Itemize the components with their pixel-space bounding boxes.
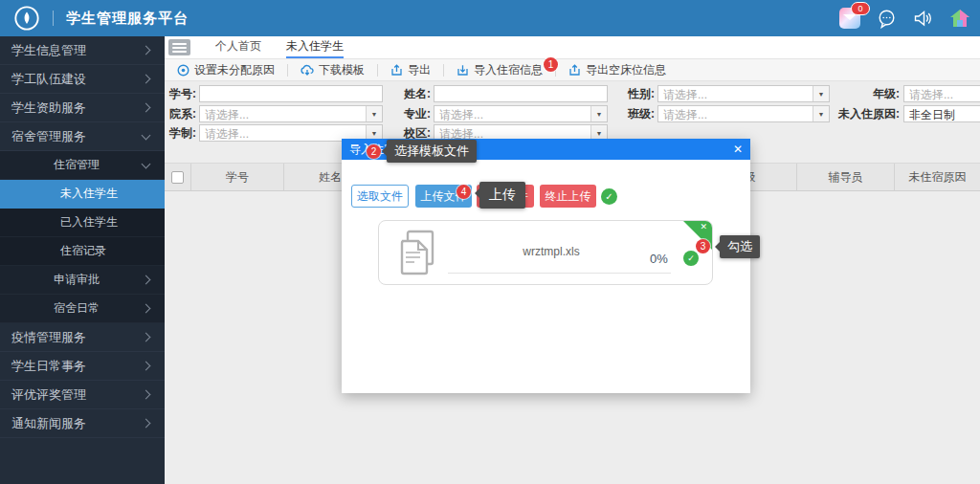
student-id-input[interactable] <box>199 85 383 102</box>
remove-file-icon[interactable]: ✕ <box>700 222 707 231</box>
name-label: 姓名: <box>392 85 431 102</box>
export-icon <box>390 64 403 77</box>
document-icon <box>394 229 444 280</box>
app-header: 学生管理服务平台 0 <box>0 0 980 36</box>
column-header-counselor: 辅导员 <box>797 164 895 190</box>
gender-label: 性别: <box>616 85 655 102</box>
close-icon[interactable]: ✕ <box>733 143 743 155</box>
sidebar-item-dorm-daily[interactable]: 宿舍日常 <box>0 295 165 323</box>
file-check-icon[interactable]: ✓ <box>683 251 699 266</box>
not-checkin-reason-select[interactable]: 非全日制 <box>903 105 980 122</box>
target-icon <box>177 64 189 77</box>
dropdown-arrow-icon[interactable]: ▼ <box>366 106 382 121</box>
sidebar-item-accommodation-mgmt[interactable]: 住宿管理 <box>0 151 165 180</box>
sidebar-item-daily-affairs[interactable]: 学生日常事务 <box>0 352 165 381</box>
dialog-body: 选取文件 上传文件 删除文件 终止上传 ✓ wrztmpl.xls 0% ✓ <box>342 160 750 393</box>
sidebar-item-epidemic-mgmt[interactable]: 疫情管理服务 <box>0 323 165 352</box>
download-template-button[interactable]: 下载模板 <box>288 62 377 78</box>
grade-select[interactable]: 请选择... <box>903 85 980 102</box>
pick-file-button[interactable]: 选取文件 <box>351 185 409 208</box>
chevron-right-icon <box>142 75 151 84</box>
chevron-right-icon <box>142 419 151 429</box>
tooltip-upload: 上传 <box>479 182 525 209</box>
step-2-badge: 2 <box>367 144 381 159</box>
major-select[interactable]: 请选择...▼ <box>434 105 608 122</box>
sidebar-item-awards-mgmt[interactable]: 评优评奖管理 <box>0 381 165 409</box>
tab-personal-home[interactable]: 个人首页 <box>215 36 261 58</box>
tab-not-checked-in-students[interactable]: 未入住学生 <box>286 36 344 58</box>
abort-upload-button[interactable]: 终止上传 <box>540 185 596 208</box>
column-header-no-stay-reason: 未住宿原因 <box>895 164 980 190</box>
sidebar-item-staff-team[interactable]: 学工队伍建设 <box>0 65 165 94</box>
chevron-right-icon <box>142 390 151 400</box>
chevron-down-icon <box>142 159 151 168</box>
toolbar: 设置未分配原因 下载模板 导出 导入住宿信息 1 导出空床位信息 <box>165 59 980 81</box>
chevron-right-icon <box>142 46 151 55</box>
chevron-down-icon <box>142 130 151 140</box>
grade-label: 年级: <box>823 85 900 102</box>
chevron-right-icon <box>142 304 151 314</box>
sidebar-item-not-checked-in[interactable]: 未入住学生 <box>0 180 165 209</box>
university-logo-icon <box>13 5 40 32</box>
student-id-label: 学号: <box>165 85 196 102</box>
chevron-right-icon <box>142 362 151 371</box>
step-4-badge: 4 <box>457 185 471 199</box>
header-divider <box>53 11 54 26</box>
chevron-right-icon <box>142 333 151 342</box>
department-select[interactable]: 请选择...▼ <box>199 105 383 122</box>
export-button[interactable]: 导出 <box>378 62 443 78</box>
select-all-checkbox[interactable] <box>171 171 184 184</box>
cloud-download-icon <box>301 64 314 77</box>
sidebar-item-financial-aid[interactable]: 学生资助服务 <box>0 94 165 122</box>
chevron-right-icon <box>142 275 151 285</box>
tooltip-check: 勾选 <box>720 235 760 258</box>
class-label: 班级: <box>616 105 655 122</box>
sidebar-item-dorm-service[interactable]: 宿舍管理服务 <box>0 122 165 151</box>
schooling-length-label: 学制: <box>165 124 196 142</box>
export-icon <box>568 64 581 77</box>
speaker-icon[interactable] <box>913 10 933 28</box>
app-window: 学生管理服务平台 0 <box>0 0 980 484</box>
progress-line <box>448 273 671 274</box>
sidebar-nav: 学生信息管理 学工队伍建设 学生资助服务 宿舍管理服务 住宿管理 未入住学生 已… <box>0 36 165 484</box>
messages-icon[interactable]: 0 <box>839 8 860 29</box>
file-name: wrztmpl.xls <box>470 245 633 258</box>
class-select[interactable]: 请选择...▼ <box>657 105 830 122</box>
sidebar-item-checked-in[interactable]: 已入住学生 <box>0 209 165 237</box>
major-label: 专业: <box>392 105 431 122</box>
column-header-student-id: 学号 <box>191 164 284 190</box>
not-checkin-reason-label: 未入住原因: <box>823 105 900 122</box>
gender-select[interactable]: 请选择...▼ <box>657 85 830 102</box>
chevron-right-icon <box>142 103 151 113</box>
tab-bar: 个人首页 未入住学生 <box>165 36 980 59</box>
notification-count-badge: 0 <box>851 2 870 15</box>
home-icon[interactable] <box>949 9 970 28</box>
import-accommodation-button[interactable]: 导入住宿信息 1 <box>444 62 555 78</box>
department-label: 院系: <box>165 105 196 122</box>
name-input[interactable] <box>434 85 608 102</box>
chat-icon[interactable] <box>877 9 897 29</box>
export-empty-beds-button[interactable]: 导出空床位信息 <box>556 62 679 78</box>
upload-progress: 0% <box>650 252 668 266</box>
import-accommodation-dialog: 导入住宿信息 ✕ 选取文件 上传文件 删除文件 终止上传 ✓ wrztmpl.x… <box>342 139 750 393</box>
step-3-badge: 3 <box>696 239 710 253</box>
sidebar-item-news-notice[interactable]: 通知新闻服务 <box>0 409 165 438</box>
upload-file-item: wrztmpl.xls 0% ✓ ✕ <box>378 220 713 285</box>
success-check-icon: ✓ <box>601 188 617 205</box>
tooltip-select-template: 选择模板文件 <box>387 140 477 163</box>
sidebar-item-accommodation-records[interactable]: 住宿记录 <box>0 237 165 266</box>
sidebar-item-student-info[interactable]: 学生信息管理 <box>0 36 165 65</box>
sidebar-item-application-approval[interactable]: 申请审批 <box>0 266 165 295</box>
import-icon <box>457 64 469 77</box>
app-title: 学生管理服务平台 <box>66 10 189 28</box>
dropdown-arrow-icon[interactable]: ▼ <box>590 106 607 121</box>
set-unassigned-reason-button[interactable]: 设置未分配原因 <box>165 62 287 78</box>
menu-toggle-button[interactable] <box>168 39 190 55</box>
